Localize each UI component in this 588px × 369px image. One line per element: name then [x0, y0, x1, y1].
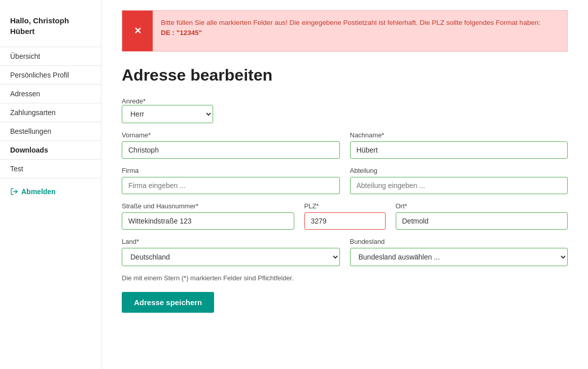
ort-label: Ort*	[396, 202, 568, 210]
page-title: Adresse bearbeiten	[122, 66, 568, 85]
anrede-select[interactable]: Herr Frau Divers	[122, 105, 213, 123]
address-form: Anrede* Herr Frau Divers Vorname* Nachna…	[122, 97, 568, 313]
firma-group: Firma	[122, 167, 340, 194]
vorname-label: Vorname*	[122, 131, 340, 139]
vorname-input[interactable]	[122, 141, 340, 159]
plz-label: PLZ*	[304, 202, 386, 210]
nachname-input[interactable]	[350, 141, 568, 159]
bundesland-select[interactable]: Bundesland auswählen ... Bayern Berlin B…	[350, 248, 568, 266]
user-greeting: Hallo, Christoph	[10, 16, 69, 25]
nachname-label: Nachname*	[350, 131, 568, 139]
firma-input[interactable]	[122, 177, 340, 194]
ort-input[interactable]	[396, 212, 568, 230]
ort-group: Ort*	[396, 202, 568, 230]
strasse-input[interactable]	[122, 212, 294, 230]
bundesland-group: Bundesland Bundesland auswählen ... Baye…	[350, 238, 568, 266]
logout-button[interactable]: Abmelden	[0, 180, 101, 203]
error-banner-text: Bitte füllen Sie alle markierten Felder …	[153, 11, 548, 46]
logout-icon	[10, 188, 18, 196]
error-message: Bitte füllen Sie alle markierten Felder …	[161, 19, 540, 26]
sidebar-navigation: Übersicht Persönliches Profil Adressen Z…	[0, 47, 101, 178]
firma-label: Firma	[122, 167, 340, 174]
sidebar-item-downloads[interactable]: Downloads	[0, 141, 101, 160]
strasse-group: Straße und Hausnummer*	[122, 202, 294, 230]
plz-input[interactable]	[304, 212, 386, 230]
error-banner: ✕ Bitte füllen Sie alle markierten Felde…	[122, 10, 568, 52]
bundesland-label: Bundesland	[350, 238, 568, 245]
error-banner-icon: ✕	[122, 11, 153, 51]
name-row: Vorname* Nachname*	[122, 131, 568, 159]
land-select[interactable]: Deutschland Österreich Schweiz	[122, 248, 340, 266]
land-group: Land* Deutschland Österreich Schweiz	[122, 238, 340, 266]
anrede-group: Anrede* Herr Frau Divers	[122, 97, 568, 123]
land-row: Land* Deutschland Österreich Schweiz Bun…	[122, 238, 568, 266]
sidebar-item-uebersicht[interactable]: Übersicht	[0, 47, 101, 66]
land-label: Land*	[122, 238, 340, 245]
abteilung-label: Abteilung	[350, 167, 568, 174]
sidebar-item-test[interactable]: Test	[0, 160, 101, 178]
strasse-label: Straße und Hausnummer*	[122, 202, 294, 210]
close-icon: ✕	[134, 25, 142, 36]
sidebar-user: Hallo, Christoph Hübert	[0, 10, 101, 47]
sidebar-item-adressen[interactable]: Adressen	[0, 85, 101, 103]
user-lastname: Hübert	[10, 27, 34, 35]
abteilung-group: Abteilung	[350, 167, 568, 194]
logout-label: Abmelden	[21, 188, 56, 196]
anrede-label: Anrede*	[122, 97, 146, 105]
sidebar-item-profil[interactable]: Persönliches Profil	[0, 66, 101, 85]
vorname-group: Vorname*	[122, 131, 340, 159]
main-content: ✕ Bitte füllen Sie alle markierten Felde…	[101, 0, 588, 369]
error-example: DE : "12345"	[161, 29, 202, 36]
firma-row: Firma Abteilung	[122, 167, 568, 194]
plz-group: PLZ*	[304, 202, 386, 230]
sidebar: Hallo, Christoph Hübert Übersicht Persön…	[0, 0, 101, 369]
sidebar-item-zahlungsarten[interactable]: Zahlungsarten	[0, 103, 101, 122]
abteilung-input[interactable]	[350, 177, 568, 194]
save-button[interactable]: Adresse speichern	[122, 292, 214, 313]
nachname-group: Nachname*	[350, 131, 568, 159]
form-note: Die mit einem Stern (*) markierten Felde…	[122, 274, 568, 282]
strasse-row: Straße und Hausnummer* PLZ* Ort*	[122, 202, 568, 230]
sidebar-item-bestellungen[interactable]: Bestellungen	[0, 122, 101, 141]
